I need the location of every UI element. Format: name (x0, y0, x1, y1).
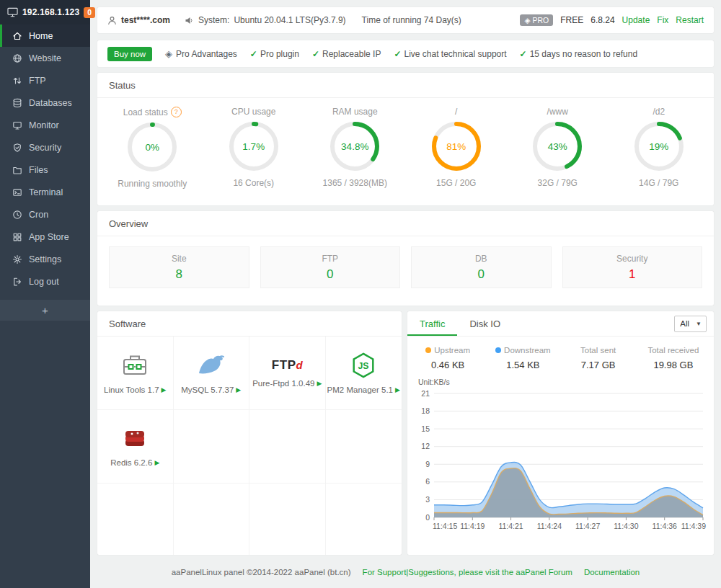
copyright-text: aaPanelLinux panel ©2014-2022 aaPanel (b… (172, 568, 351, 576)
tab-traffic[interactable]: Traffic (407, 311, 457, 336)
aapanel-dashboard: 192.168.1.123 0 Home Website FTP Databas… (0, 0, 721, 588)
svg-text:0: 0 (425, 513, 430, 522)
server-ip: 192.168.1.123 (22, 7, 79, 17)
logout-icon (12, 277, 22, 287)
software-pm2[interactable]: JS PM2 Manager 5.1▶ (326, 337, 402, 410)
svg-text:3: 3 (425, 495, 430, 504)
sidebar-item-label: Settings (29, 254, 61, 264)
pro-feature: ✓15 days no reason to refund (520, 49, 638, 59)
traffic-stats: Upstream0.46 KB Downstream1.54 KB Total … (407, 337, 714, 376)
sidebar-item-label: Log out (29, 277, 59, 287)
overview-site[interactable]: Site8 (109, 246, 249, 288)
ftp-icon (12, 76, 22, 86)
documentation-link[interactable]: Documentation (584, 568, 640, 576)
sidebar-item-databases[interactable]: Databases (0, 92, 90, 114)
stat-downstream: Downstream1.54 KB (485, 346, 560, 370)
pro-feature: ✓Pro plugin (250, 49, 299, 59)
gauge-ram-usage: RAM usage 34.8% 1365 / 3928(MB) (304, 107, 406, 189)
sidebar: 192.168.1.123 0 Home Website FTP Databas… (0, 0, 90, 588)
running-icon: ▶ (317, 380, 322, 387)
software-redis[interactable]: Redis 6.2.6▶ (97, 410, 174, 484)
svg-text:12: 12 (421, 442, 430, 450)
overview-ftp[interactable]: FTP0 (260, 246, 401, 288)
traffic-chart: 03691215182111:4:1511:4:1911:4:2111:4:24… (412, 376, 708, 540)
uptime-text: Time of running 74 Day(s) (362, 15, 461, 25)
system-value: Ubuntu 20.04.1 LTS(Py3.7.9) (234, 15, 345, 25)
software-cell-empty (249, 410, 326, 484)
traffic-range-select[interactable]: All ▼ (674, 316, 707, 332)
sidebar-item-cron[interactable]: Cron (0, 203, 90, 226)
ftp-logo-icon: FTPd (272, 358, 303, 373)
svg-text:11:4:27: 11:4:27 (575, 522, 600, 530)
pro-badge[interactable]: ◈ PRO (520, 14, 553, 26)
sidebar-item-website[interactable]: Website (0, 47, 90, 69)
chevron-down-icon: ▼ (696, 321, 702, 327)
pro-advantages-link[interactable]: ◈ Pro Advantages (165, 48, 237, 59)
software-cell-empty (97, 484, 174, 555)
software-cell-empty (326, 410, 402, 484)
sidebar-item-label: Website (29, 53, 61, 63)
svg-text:11:4:24: 11:4:24 (537, 522, 562, 530)
software-panel: Software Linux Tools 1.7▶ MySQL 5.7.37▶ … (97, 311, 402, 555)
sidebar-item-ftp[interactable]: FTP (0, 69, 90, 92)
sidebar-item-app-store[interactable]: App Store (0, 226, 90, 248)
check-icon: ✓ (312, 49, 319, 59)
license-type: FREE (560, 15, 583, 25)
downstream-dot (495, 347, 501, 353)
terminal-icon (12, 187, 22, 197)
mysql-dolphin-icon (195, 352, 227, 379)
svg-text:11:4:36: 11:4:36 (653, 522, 677, 530)
sidebar-item-monitor[interactable]: Monitor (0, 114, 90, 136)
fix-link[interactable]: Fix (657, 15, 668, 25)
upstream-dot (425, 347, 431, 353)
software-cell-empty (174, 484, 250, 555)
sidebar-item-label: App Store (29, 232, 69, 242)
svg-text:9: 9 (425, 460, 430, 468)
software-linux-tools[interactable]: Linux Tools 1.7▶ (97, 337, 174, 410)
gem-icon: ◈ (524, 16, 530, 24)
sidebar-item-logout[interactable]: Log out (0, 270, 90, 293)
system-label: System: (198, 15, 229, 25)
buy-now-button[interactable]: Buy now (107, 47, 152, 61)
svg-text:11:4:15: 11:4:15 (433, 522, 457, 530)
account-menu[interactable]: test****.com (107, 15, 170, 25)
sidebar-collapse-button[interactable]: + (0, 300, 90, 321)
software-mysql[interactable]: MySQL 5.7.37▶ (174, 337, 250, 410)
overview-row: Site8 FTP0 DB0 Security1 (97, 236, 714, 298)
sidebar-item-label: FTP (29, 76, 46, 86)
svg-text:6: 6 (425, 477, 430, 486)
status-gauges: Load status? 0% Running smoothly CPU usa… (97, 98, 714, 189)
sidebar-item-settings[interactable]: Settings (0, 248, 90, 270)
sidebar-item-security[interactable]: Security (0, 136, 90, 159)
computer-icon (7, 7, 18, 17)
status-panel: Status Load status? 0% Running smoothly … (97, 73, 714, 205)
forum-link[interactable]: For Support|Suggestions, please visit th… (363, 568, 572, 576)
software-pure-ftpd[interactable]: FTPd Pure-Ftpd 1.0.49▶ (249, 337, 326, 410)
svg-text:11:4:19: 11:4:19 (460, 522, 485, 530)
status-title: Status (97, 73, 714, 98)
restart-link[interactable]: Restart (676, 15, 704, 25)
overview-security[interactable]: Security1 (562, 246, 703, 288)
user-icon (107, 16, 117, 25)
help-icon[interactable]: ? (171, 107, 182, 117)
nodejs-icon: JS (350, 352, 377, 379)
tab-disk-io[interactable]: Disk IO (457, 311, 513, 336)
account-name: test****.com (121, 15, 170, 25)
software-cell-empty (326, 484, 402, 555)
overview-db[interactable]: DB0 (411, 246, 552, 288)
sidebar-item-label: Databases (29, 98, 72, 108)
sidebar-item-files[interactable]: Files (0, 159, 90, 181)
toolbox-icon (119, 352, 151, 379)
topbar: test****.com System: Ubuntu 20.04.1 LTS(… (97, 7, 714, 33)
monitor-icon (12, 120, 22, 130)
svg-text:JS: JS (358, 361, 369, 371)
sidebar-item-terminal[interactable]: Terminal (0, 181, 90, 203)
software-cell-empty (174, 410, 250, 484)
gem-icon: ◈ (165, 48, 172, 59)
overview-title: Overview (97, 211, 714, 236)
home-icon (12, 31, 22, 41)
sidebar-item-home[interactable]: Home (0, 24, 90, 47)
update-link[interactable]: Update (622, 15, 650, 25)
traffic-chart-area: 03691215182111:4:1511:4:1911:4:2111:4:24… (407, 376, 714, 543)
svg-text:11:4:21: 11:4:21 (498, 522, 523, 530)
